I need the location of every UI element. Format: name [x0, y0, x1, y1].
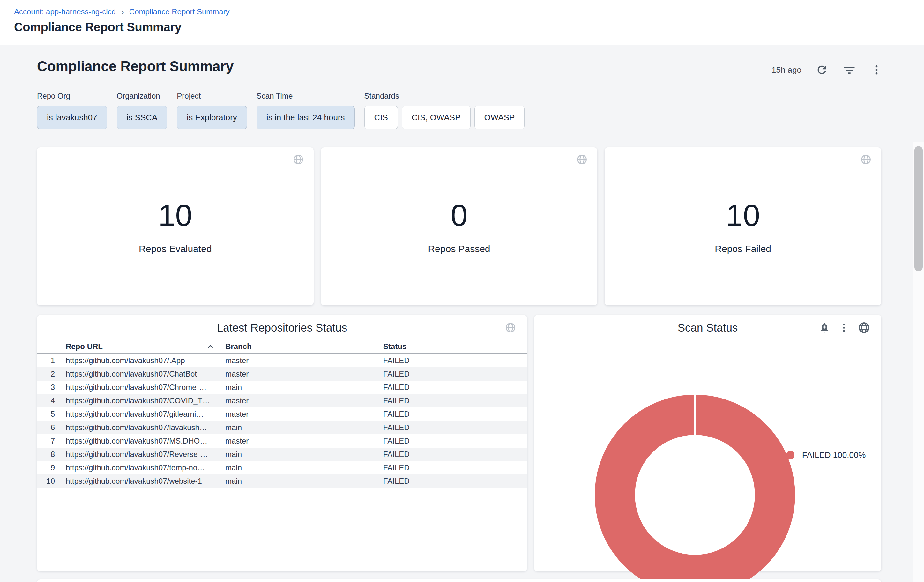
filter-label: Standards	[365, 92, 525, 101]
filter-chip-row: is lavakush07	[37, 106, 107, 129]
donut-slice-gap	[694, 395, 696, 435]
filter-label: Organization	[117, 92, 168, 101]
table-cell: https://github.com/lavakush07/Reverse-…	[60, 448, 219, 461]
table-cell: 3	[37, 381, 60, 394]
scan-card-actions	[819, 322, 870, 334]
app-window: Account: app-harness-ng-cicd › Complianc…	[0, 0, 924, 582]
metric-card-repos-evaluated: 10 Repos Evaluated	[37, 147, 314, 305]
table-cell: 8	[37, 448, 60, 461]
filter-chip[interactable]: is lavakush07	[37, 106, 107, 129]
alert-bell-icon[interactable]	[819, 322, 830, 333]
globe-icon[interactable]	[576, 154, 588, 165]
table-cell: https://github.com/lavakush07/.App	[60, 354, 219, 367]
filter-chip[interactable]: CIS, OWASP	[402, 106, 470, 129]
table-header-row: Repo URL Branch Status	[37, 340, 527, 354]
table-cell: 10	[37, 475, 60, 488]
scan-status-donut[interactable]	[564, 355, 765, 555]
lower-panels: Latest Repositories Status Repo URL Bra	[37, 315, 881, 571]
globe-icon[interactable]	[858, 322, 870, 334]
table-cell: https://github.com/lavakush07/Chrome-…	[60, 381, 219, 394]
table-row: 2https://github.com/lavakush07/ChatBotma…	[37, 367, 527, 381]
dashboard-meta: 15h ago	[772, 63, 883, 77]
metric-card-repos-failed: 10 Repos Failed	[605, 147, 881, 305]
filter-chip[interactable]: CIS	[365, 106, 398, 129]
table-cell: master	[219, 407, 377, 421]
table-row: 4https://github.com/lavakush07/COVID_T…m…	[37, 394, 527, 407]
metric-value: 10	[158, 200, 192, 231]
metric-label: Repos Evaluated	[139, 244, 212, 254]
kebab-menu-icon[interactable]	[838, 322, 849, 333]
filter-group: Repo Orgis lavakush07	[37, 92, 107, 129]
table-cell: https://github.com/lavakush07/temp-no…	[60, 461, 219, 475]
table-title: Latest Repositories Status	[37, 321, 527, 335]
last-refreshed-label: 15h ago	[772, 65, 802, 75]
table-row: 3https://github.com/lavakush07/Chrome-…m…	[37, 381, 527, 394]
refresh-icon[interactable]	[815, 64, 828, 76]
metric-cards: 10 Repos Evaluated 0 Repos Passed 10 Rep…	[37, 147, 881, 305]
table-cell: master	[219, 394, 377, 407]
metric-value: 0	[450, 200, 467, 231]
table-cell: FAILED	[377, 381, 527, 394]
donut-ring-failed[interactable]	[595, 395, 795, 582]
table-cell: FAILED	[377, 461, 527, 475]
next-card-peek	[37, 579, 881, 582]
filter-chip[interactable]: is SSCA	[117, 106, 168, 129]
scrollbar-thumb[interactable]	[914, 146, 923, 271]
table-cell: 2	[37, 367, 60, 381]
filter-group: Scan Timeis in the last 24 hours	[257, 92, 355, 129]
table-cell: main	[219, 475, 377, 488]
filter-label: Scan Time	[257, 92, 355, 101]
globe-icon[interactable]	[292, 154, 304, 165]
filter-chip[interactable]: is Exploratory	[177, 106, 247, 129]
table-cell: main	[219, 421, 377, 434]
filter-chip[interactable]: OWASP	[474, 106, 525, 129]
filter-chip-row: is Exploratory	[177, 106, 247, 129]
column-header-status[interactable]: Status	[377, 340, 527, 353]
metric-value: 10	[726, 200, 760, 231]
table-cell: master	[219, 367, 377, 381]
repo-table-body: 1https://github.com/lavakush07/.Appmaste…	[37, 354, 527, 488]
filter-chip-row: is SSCA	[117, 106, 168, 129]
table-cell: main	[219, 461, 377, 475]
column-header-repo-url[interactable]: Repo URL	[60, 340, 219, 353]
filter-bar: Repo Orgis lavakush07Organizationis SSCA…	[37, 92, 525, 129]
table-cell: https://github.com/lavakush07/MS.DHO…	[60, 434, 219, 448]
table-cell: 5	[37, 407, 60, 421]
table-cell: 7	[37, 434, 60, 448]
table-row: 1https://github.com/lavakush07/.Appmaste…	[37, 354, 527, 367]
breadcrumb-current-link[interactable]: Compliance Report Summary	[129, 7, 230, 16]
filter-label: Repo Org	[37, 92, 107, 101]
repo-table-card: Latest Repositories Status Repo URL Bra	[37, 315, 527, 571]
breadcrumb-account-link[interactable]: Account: app-harness-ng-cicd	[14, 7, 116, 16]
repo-table: Repo URL Branch Status 1https://github.c…	[37, 340, 527, 488]
row-number-header	[37, 340, 60, 353]
legend-item-failed[interactable]: FAILED 100.00%	[786, 447, 866, 463]
filter-icon[interactable]	[842, 63, 856, 77]
dashboard-content: Compliance Report Summary 15h ago Repo O…	[0, 45, 924, 582]
breadcrumb: Account: app-harness-ng-cicd › Complianc…	[14, 7, 924, 16]
column-header-branch[interactable]: Branch	[219, 340, 377, 353]
globe-icon[interactable]	[860, 154, 872, 165]
metric-label: Repos Passed	[428, 244, 490, 254]
table-cell: FAILED	[377, 475, 527, 488]
table-cell: FAILED	[377, 354, 527, 367]
table-cell: master	[219, 354, 377, 367]
page-title: Compliance Report Summary	[14, 20, 924, 34]
table-cell: 9	[37, 461, 60, 475]
table-cell: master	[219, 434, 377, 448]
table-cell: FAILED	[377, 448, 527, 461]
table-cell: https://github.com/lavakush07/website-1	[60, 475, 219, 488]
table-cell: https://github.com/lavakush07/ChatBot	[60, 367, 219, 381]
table-row: 9https://github.com/lavakush07/temp-no…m…	[37, 461, 527, 475]
kebab-menu-icon[interactable]	[870, 64, 883, 76]
table-cell: 6	[37, 421, 60, 434]
globe-icon[interactable]	[505, 322, 516, 333]
scrollbar-track[interactable]	[913, 142, 924, 582]
metric-card-repos-passed: 0 Repos Passed	[321, 147, 597, 305]
filter-chip[interactable]: is in the last 24 hours	[257, 106, 355, 129]
table-cell: FAILED	[377, 421, 527, 434]
table-cell: FAILED	[377, 407, 527, 421]
metric-label: Repos Failed	[715, 244, 771, 254]
table-cell: 1	[37, 354, 60, 367]
table-row: 7https://github.com/lavakush07/MS.DHO…ma…	[37, 434, 527, 448]
